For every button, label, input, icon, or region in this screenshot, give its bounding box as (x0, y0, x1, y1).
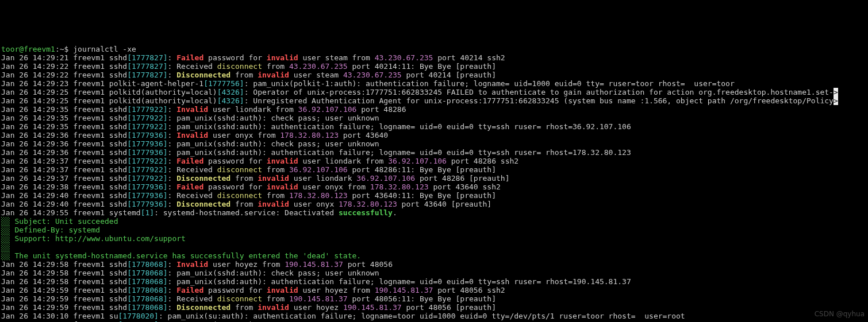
log-segment: : Operator of unix-process:1777751:66283… (244, 88, 834, 96)
log-segment: Jan 26 14:29:22 freevm1 sshd (1, 62, 127, 71)
log-line: ░░ Subject: Unit succeeded (1, 217, 867, 226)
log-segment: user liondark from (208, 105, 298, 114)
log-segment: Jan 26 14:29:35 freevm1 sshd (1, 114, 127, 122)
log-segment: [4326] (217, 96, 244, 105)
log-segment: 36.92.107.106 (289, 165, 348, 174)
log-line: Jan 26 14:29:35 freevm1 sshd[1777922]: I… (1, 105, 867, 114)
log-segment: disconnect (217, 294, 262, 303)
log-line: Jan 26 14:29:22 freevm1 sshd[1777827]: D… (1, 71, 867, 79)
log-segment: : pam_unix(sshd:auth): authentication fa… (168, 122, 631, 131)
log-segment: Invalid (176, 105, 208, 114)
log-segment: 36.92.107.106 (356, 174, 415, 183)
log-segment: [1777936] (127, 131, 167, 139)
log-segment: 43.230.67.235 (343, 71, 402, 79)
log-segment: [1777756] (203, 79, 244, 88)
log-segment: Jan 26 14:29:55 freevm1 systemd (1, 208, 141, 217)
log-segment: Jan 26 14:29:38 freevm1 sshd (1, 183, 127, 191)
log-segment: port 43640 ssh2 (429, 183, 501, 191)
log-segment: [1777922] (127, 165, 167, 174)
log-segment: port 48056 ssh2 (433, 286, 505, 294)
log-segment: [1777827] (127, 62, 167, 71)
log-segment: [1778020] (118, 312, 159, 320)
log-segment: ░░ Defined-By: systemd (1, 226, 100, 234)
log-segment: : pam_unix(sshd:auth): authentication fa… (168, 277, 631, 286)
log-segment: . (393, 208, 397, 217)
prompt-user: toor@freevm1 (1, 45, 55, 53)
log-segment: invalid (267, 157, 298, 165)
log-segment: Jan 26 14:29:36 freevm1 sshd (1, 131, 127, 139)
log-segment: 178.32.80.123 (289, 191, 348, 200)
log-line: Jan 26 14:29:36 freevm1 sshd[1777936]: I… (1, 131, 867, 139)
log-segment: from (231, 71, 258, 79)
log-segment: : (168, 157, 177, 165)
log-segment: [1777827] (127, 53, 167, 62)
log-segment: : (168, 53, 177, 62)
log-line: Jan 26 14:29:22 freevm1 sshd[1777827]: R… (1, 62, 867, 71)
log-segment: : pam_unix(sshd:auth): check pass; user … (168, 139, 379, 148)
log-line: Jan 26 14:29:40 freevm1 sshd[1777936]: R… (1, 191, 867, 200)
log-segment: 178.32.80.123 (339, 200, 397, 208)
log-line: Jan 26 14:29:36 freevm1 sshd[1777936]: p… (1, 139, 867, 148)
log-segment: port 40214 ssh2 (433, 53, 505, 62)
log-segment: [1778068] (127, 277, 167, 286)
log-segment: [1777936] (127, 183, 167, 191)
log-segment: Jan 26 14:29:35 freevm1 sshd (1, 122, 127, 131)
log-segment: 43.230.67.235 (289, 62, 348, 71)
log-segment: invalid (258, 200, 289, 208)
log-line: Jan 26 14:29:55 freevm1 systemd[1]: syst… (1, 208, 867, 217)
log-segment: 178.32.80.123 (370, 183, 429, 191)
prompt-path: :~$ (55, 45, 73, 53)
log-segment: : (168, 303, 177, 312)
log-segment: from (231, 174, 258, 183)
log-segment: : Received (168, 165, 217, 174)
log-segment: invalid (258, 71, 289, 79)
log-segment: Failed (176, 157, 203, 165)
log-segment: [1778068] (127, 269, 167, 277)
log-segment: Failed (176, 286, 203, 294)
log-segment: invalid (258, 174, 289, 183)
log-line: Jan 26 14:29:35 freevm1 sshd[1777922]: p… (1, 114, 867, 122)
log-line: Jan 26 14:29:59 freevm1 sshd[1778068]: R… (1, 294, 867, 303)
prompt-line: toor@freevm1:~$ journalctl -xe (1, 45, 867, 53)
log-line: ░░ (1, 243, 867, 251)
log-line: Jan 26 14:29:37 freevm1 sshd[1777922]: F… (1, 157, 867, 165)
log-segment: port 48056 (343, 260, 393, 269)
log-segment: invalid (267, 183, 298, 191)
log-segment: [1777936] (127, 148, 167, 157)
command-input[interactable]: journalctl -xe (73, 45, 136, 53)
log-segment: Jan 26 14:29:59 freevm1 sshd (1, 294, 127, 303)
log-segment: Disconnected (176, 174, 231, 183)
log-segment: [1777922] (127, 114, 167, 122)
log-segment: password for (203, 286, 267, 294)
log-segment: Jan 26 14:29:25 freevm1 polkitd(authorit… (1, 88, 217, 96)
log-segment: : Received (168, 294, 217, 303)
log-segment: port 48056:11: Bye Bye [preauth] (348, 294, 496, 303)
log-line: Jan 26 14:29:58 freevm1 sshd[1778068]: I… (1, 260, 867, 269)
log-segment: 190.145.81.37 (289, 294, 348, 303)
log-segment: Invalid (176, 131, 208, 139)
log-segment: [1777922] (127, 174, 167, 183)
log-segment: user onyx from (208, 131, 280, 139)
log-line: Jan 26 14:29:58 freevm1 sshd[1778068]: p… (1, 277, 867, 286)
log-segment: password for (203, 183, 267, 191)
log-line: Jan 26 14:29:23 freevm1 polkit-agent-hel… (1, 79, 867, 88)
log-segment: : (168, 286, 177, 294)
log-segment: user steam (289, 71, 343, 79)
log-segment: 36.92.107.106 (298, 105, 357, 114)
log-segment: 190.145.81.37 (375, 286, 433, 294)
log-line: Jan 26 14:29:59 freevm1 sshd[1778068]: D… (1, 303, 867, 312)
log-segment: > (834, 88, 838, 96)
log-segment: [1778068] (127, 303, 167, 312)
log-segment: port 43640 [preauth] (397, 200, 491, 208)
log-line: Jan 26 14:29:25 freevm1 polkitd(authorit… (1, 96, 867, 105)
log-segment: successfully (339, 208, 393, 217)
log-segment: Jan 26 14:29:37 freevm1 sshd (1, 174, 127, 183)
log-segment: port 48286 ssh2 (447, 157, 519, 165)
log-segment: Jan 26 14:29:40 freevm1 sshd (1, 191, 127, 200)
log-line: Jan 26 14:29:58 freevm1 sshd[1778068]: p… (1, 269, 867, 277)
log-segment: user steam from (298, 53, 375, 62)
log-segment: Disconnected (176, 71, 231, 79)
terminal-output[interactable]: toor@freevm1:~$ journalctl -xeJan 26 14:… (0, 43, 868, 322)
log-line: Jan 26 14:29:40 freevm1 sshd[1777936]: D… (1, 200, 867, 208)
log-segment: port 43640:11: Bye Bye [preauth] (348, 191, 496, 200)
